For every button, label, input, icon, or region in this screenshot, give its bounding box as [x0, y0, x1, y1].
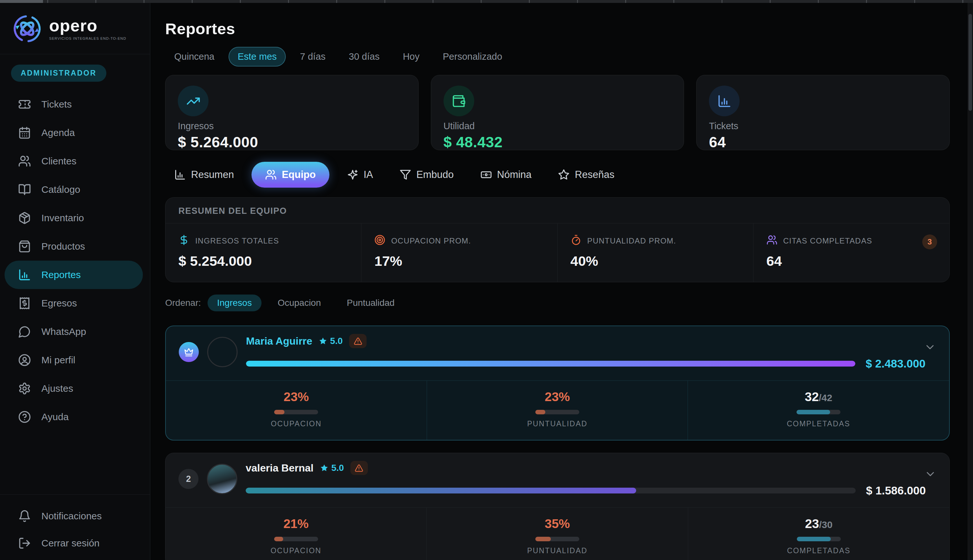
tab-label: Equipo [282, 169, 316, 180]
kpi-label: Ingresos [178, 121, 406, 132]
users-icon [18, 155, 31, 168]
tab-equipo[interactable]: Equipo [251, 162, 329, 188]
substat-label: OCUPACION [166, 420, 427, 428]
sidebar-item-ajustes[interactable]: Ajustes [5, 374, 143, 403]
substat-ocupacion: 23% OCUPACION [166, 381, 427, 440]
page-title: Reportes [165, 20, 950, 38]
alert-triangle-chip[interactable] [350, 461, 368, 475]
target-icon [374, 235, 385, 247]
sidebar-item-egresos[interactable]: Egresos [5, 289, 143, 317]
sort-puntualidad[interactable]: Puntualidad [337, 295, 405, 311]
page-scrollbar[interactable] [968, 3, 973, 560]
sidebar-item-cerrar-sesion[interactable]: Cerrar sesión [5, 530, 143, 557]
filter-quincena[interactable]: Quincena [165, 47, 223, 67]
revenue-bar-track [246, 361, 855, 367]
kpi-value: 64 [709, 133, 937, 151]
sidebar: opero SERVICIOS INTEGRALES END-TO-END AD… [0, 3, 150, 560]
kpi-card-utilidad: Utilidad $ 48.432 [431, 75, 684, 150]
filter-7-dias[interactable]: 7 días [291, 47, 334, 67]
crown-icon [184, 347, 194, 357]
users-icon [265, 169, 277, 180]
kpi-cards: Ingresos $ 5.264.000 Utilidad $ 48.432 T… [165, 75, 950, 150]
sidebar-item-whatsapp[interactable]: WhatsApp [5, 317, 143, 346]
substat-label: OCUPACION [166, 547, 426, 555]
star-icon [319, 337, 327, 345]
app-root: opero SERVICIOS INTEGRALES END-TO-END AD… [0, 3, 973, 560]
substat-value: 32 [805, 390, 819, 404]
substat-puntualidad: 35% PUNTUALIDAD [427, 508, 688, 560]
scrollbar-thumb[interactable] [968, 14, 972, 111]
summary-citas-completadas: CITAS COMPLETADAS 64 3 [754, 223, 950, 282]
sidebar-item-label: Ayuda [42, 412, 69, 422]
revenue-bar-fill [246, 488, 636, 493]
sidebar-item-productos[interactable]: Productos [5, 232, 143, 261]
tab-resumen[interactable]: Resumen [165, 163, 243, 186]
chevron-down-icon[interactable] [924, 468, 936, 482]
book-open-icon [18, 183, 31, 196]
filter-este-mes[interactable]: Este mes [229, 47, 286, 67]
filter-30-dias[interactable]: 30 días [340, 47, 389, 67]
alert-triangle-chip[interactable] [349, 334, 366, 348]
substat-completadas: 32/42 COMPLETADAS [688, 381, 949, 440]
substat-bar [274, 410, 284, 414]
member-name: valeria Bernal [246, 462, 314, 474]
sidebar-item-clientes[interactable]: Clientes [5, 147, 143, 175]
sidebar-item-label: Mi perfil [42, 355, 75, 366]
star-icon [558, 169, 570, 180]
chevron-down-icon[interactable] [924, 341, 936, 355]
trending-up-icon [178, 86, 209, 116]
sidebar-item-ayuda[interactable]: Ayuda [5, 403, 143, 431]
banknote-icon [480, 169, 492, 180]
brand-name: opero [49, 17, 126, 34]
filter-personalizado[interactable]: Personalizado [434, 47, 512, 67]
rank-crown-badge [179, 342, 199, 362]
substat-puntualidad: 23% PUNTUALIDAD [427, 381, 688, 440]
tab-ia[interactable]: IA [338, 163, 382, 186]
sidebar-item-mi-perfil[interactable]: Mi perfil [5, 346, 143, 374]
sort-ocupacion[interactable]: Ocupacion [268, 295, 331, 311]
gear-icon [18, 382, 31, 395]
logout-icon [18, 537, 31, 550]
filter-hoy[interactable]: Hoy [394, 47, 429, 67]
team-member-card: Maria Aguirre 5.0 $ 2.483.000 [165, 325, 950, 440]
star-icon [320, 464, 328, 472]
sidebar-item-agenda[interactable]: Agenda [5, 118, 143, 147]
users-icon [766, 235, 777, 247]
tab-nomina[interactable]: Nómina [471, 163, 541, 186]
sidebar-item-inventario[interactable]: Inventario [5, 204, 143, 232]
brand-tagline: SERVICIOS INTEGRALES END-TO-END [49, 37, 126, 40]
tab-resenas[interactable]: Reseñas [549, 163, 623, 186]
substat-value: 23% [166, 390, 427, 404]
avatar [207, 464, 237, 494]
member-rating: 5.0 [320, 463, 344, 473]
receipt-icon [18, 297, 31, 310]
sidebar-item-label: Ajustes [42, 383, 73, 394]
tab-label: IA [364, 169, 373, 180]
summary-label: CITAS COMPLETADAS [783, 237, 873, 245]
sidebar-item-tickets[interactable]: Tickets [5, 90, 143, 118]
member-header[interactable]: 2 valeria Bernal 5.0 [166, 453, 950, 507]
member-header[interactable]: Maria Aguirre 5.0 $ 2.483.000 [166, 326, 949, 380]
substat-total: /30 [819, 519, 833, 530]
funnel-icon [400, 169, 411, 180]
sidebar-item-notificaciones[interactable]: Notificaciones [5, 503, 143, 530]
sidebar-item-reportes[interactable]: Reportes [5, 261, 143, 289]
sidebar-item-label: Agenda [42, 127, 75, 138]
substat-bar [797, 537, 831, 541]
role-badge: ADMINISTRADOR [11, 65, 106, 82]
sidebar-item-label: Cerrar sesión [42, 538, 100, 549]
member-substats: 21% OCUPACION 35% PUNTUALIDAD 23/30 COMP… [166, 507, 950, 560]
tab-embudo[interactable]: Embudo [391, 163, 463, 186]
sidebar-item-catalogo[interactable]: Catálogo [5, 175, 143, 204]
sidebar-item-label: Egresos [42, 298, 77, 309]
alert-count-badge[interactable]: 3 [922, 235, 937, 249]
sidebar-item-label: Productos [42, 241, 85, 252]
alert-triangle-icon [354, 337, 362, 345]
substat-bar [535, 410, 545, 414]
sort-ingresos[interactable]: Ingresos [207, 295, 261, 311]
opero-logo-icon [11, 13, 43, 45]
substat-bar [535, 537, 551, 541]
summary-ocupacion-prom: OCUPACION PROM. 17% [361, 223, 557, 282]
rank-badge: 2 [179, 469, 199, 489]
timer-icon [570, 235, 582, 247]
